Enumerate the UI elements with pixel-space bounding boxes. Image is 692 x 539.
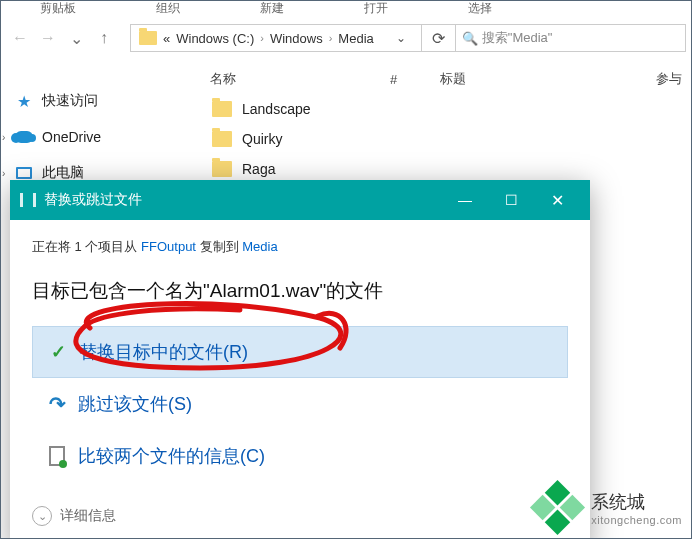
chevron-right-icon[interactable]: › <box>2 132 5 143</box>
onedrive-icon <box>14 129 34 145</box>
watermark-url: xitongcheng.com <box>591 514 682 526</box>
file-list: Landscape Quirky Raga <box>212 94 692 184</box>
folder-icon <box>212 161 232 177</box>
conflict-message: 目标已包含一个名为"Alarm01.wav"的文件 <box>32 278 568 304</box>
breadcrumb-part[interactable]: Media <box>338 31 373 46</box>
ribbon-tab-organize[interactable]: 组织 <box>116 0 220 14</box>
pc-icon <box>14 165 34 181</box>
details-toggle[interactable]: ⌄ 详细信息 <box>32 506 568 526</box>
skip-option[interactable]: ↷ 跳过该文件(S) <box>32 378 568 430</box>
compare-option[interactable]: 比较两个文件的信息(C) <box>32 430 568 482</box>
search-placeholder: 搜索"Media" <box>482 29 553 47</box>
onedrive-item[interactable]: › OneDrive <box>14 122 184 152</box>
forward-button[interactable]: → <box>34 24 62 52</box>
onedrive-label: OneDrive <box>42 129 101 145</box>
skip-icon: ↷ <box>46 393 68 415</box>
breadcrumb-part[interactable]: Windows <box>270 31 323 46</box>
watermark-logo-icon <box>530 480 585 535</box>
breadcrumb-dropdown-icon[interactable]: ⌄ <box>396 31 406 45</box>
ribbon-tab-new[interactable]: 新建 <box>220 0 324 14</box>
file-name: Raga <box>242 161 275 177</box>
ribbon-tabs: 剪贴板 组织 新建 打开 选择 <box>0 0 692 14</box>
up-button[interactable]: ↑ <box>90 24 118 52</box>
quick-access-item[interactable]: ★ 快速访问 <box>14 86 184 116</box>
chevron-down-icon: ⌄ <box>32 506 52 526</box>
star-icon: ★ <box>14 93 34 109</box>
search-input[interactable]: 🔍 搜索"Media" <box>456 24 686 52</box>
back-button[interactable]: ← <box>6 24 34 52</box>
folder-icon <box>212 131 232 147</box>
dest-link[interactable]: Media <box>242 239 277 254</box>
replace-skip-dialog: 替换或跳过文件 — ☐ ✕ 正在将 1 个项目从 FFOutput 复制到 Me… <box>10 180 590 539</box>
column-name[interactable]: 名称 <box>200 70 380 88</box>
left-nav: ★ 快速访问 › OneDrive › 此电脑 <box>14 86 184 194</box>
dialog-titlebar[interactable]: 替换或跳过文件 — ☐ ✕ <box>10 180 590 220</box>
check-icon: ✓ <box>47 341 69 363</box>
breadcrumb-prefix: « <box>163 31 170 46</box>
column-hash[interactable]: # <box>380 72 430 87</box>
minimize-button[interactable]: — <box>442 180 488 220</box>
list-item[interactable]: Quirky <box>212 124 692 154</box>
refresh-button[interactable]: ⟳ <box>422 24 456 52</box>
replace-option[interactable]: ✓ 替换目标中的文件(R) <box>32 326 568 378</box>
replace-option-label: 替换目标中的文件(R) <box>79 340 248 364</box>
ribbon-tab-open[interactable]: 打开 <box>324 0 428 14</box>
copy-status-line: 正在将 1 个项目从 FFOutput 复制到 Media <box>32 238 568 256</box>
watermark-brand: 系统城 <box>591 490 682 514</box>
dialog-title-text: 替换或跳过文件 <box>44 191 142 209</box>
file-name: Quirky <box>242 131 282 147</box>
address-bar-row: ← → ⌄ ↑ « Windows (C:) › Windows › Media… <box>0 20 692 56</box>
quick-access-label: 快速访问 <box>42 92 98 110</box>
chevron-right-icon[interactable]: › <box>2 168 5 179</box>
dialog-body: 正在将 1 个项目从 FFOutput 复制到 Media 目标已包含一个名为"… <box>10 220 590 539</box>
file-name: Landscape <box>242 101 311 117</box>
column-headers: 名称 # 标题 参与 <box>200 66 692 92</box>
list-item[interactable]: Landscape <box>212 94 692 124</box>
folder-icon <box>139 31 157 45</box>
column-title[interactable]: 标题 <box>430 70 570 88</box>
compare-icon <box>46 445 68 467</box>
ribbon-tab-clipboard[interactable]: 剪贴板 <box>0 0 116 14</box>
search-icon: 🔍 <box>462 31 478 46</box>
watermark: 系统城 xitongcheng.com <box>538 488 682 527</box>
dialog-options: ✓ 替换目标中的文件(R) ↷ 跳过该文件(S) 比较两个文件的信息(C) <box>32 326 568 482</box>
maximize-button[interactable]: ☐ <box>488 180 534 220</box>
dialog-app-icon <box>20 193 36 207</box>
details-label: 详细信息 <box>60 507 116 525</box>
source-link[interactable]: FFOutput <box>141 239 196 254</box>
breadcrumb-end: ⌄ <box>382 24 422 52</box>
compare-option-label: 比较两个文件的信息(C) <box>78 444 265 468</box>
ribbon-tab-select[interactable]: 选择 <box>428 0 532 14</box>
column-participating[interactable]: 参与 <box>646 70 692 88</box>
folder-icon <box>212 101 232 117</box>
skip-option-label: 跳过该文件(S) <box>78 392 192 416</box>
dropdown-history-icon[interactable]: ⌄ <box>62 24 90 52</box>
chevron-right-icon[interactable]: › <box>329 32 333 44</box>
close-button[interactable]: ✕ <box>534 180 580 220</box>
chevron-right-icon[interactable]: › <box>260 32 264 44</box>
breadcrumb-part[interactable]: Windows (C:) <box>176 31 254 46</box>
breadcrumb[interactable]: « Windows (C:) › Windows › Media <box>130 24 382 52</box>
